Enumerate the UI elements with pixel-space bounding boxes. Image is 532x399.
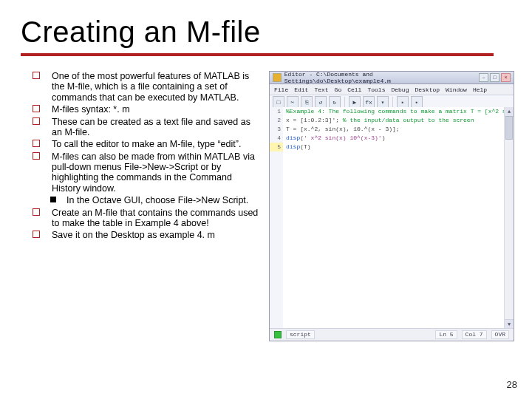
cut-icon[interactable]: ✂ <box>287 96 299 108</box>
slide-title: Creating an M-file <box>21 16 511 47</box>
code-text: (T) <box>300 143 310 150</box>
sub-bullet-item: In the Octave GUI, choose File->New Scri… <box>33 195 262 205</box>
code-line: T = [x.^2, sin(x), 10.^(x - 3)]; <box>286 125 502 134</box>
menu-item[interactable]: Go <box>335 86 342 93</box>
bullet-item: To call the editor to make an M-file, ty… <box>33 139 262 149</box>
code-text: T = [x.^2, sin(x), 10.^(x - 3)]; <box>286 126 400 132</box>
comment-text: %Example 4: The following commands to ma… <box>286 108 505 115</box>
status-col: Col 7 <box>462 330 487 339</box>
bullet-marker-icon <box>33 140 40 147</box>
toolbar-separator <box>392 97 393 107</box>
redo-icon[interactable]: ↻ <box>329 96 341 108</box>
bullet-item: Create an M-file that contains the comma… <box>33 208 262 229</box>
sub-bullet-marker-icon <box>50 197 56 202</box>
undo-icon[interactable]: ↺ <box>315 96 327 108</box>
menu-item[interactable]: Debug <box>391 86 409 93</box>
body-text: One of the most powerful features of MAT… <box>33 71 262 242</box>
line-number[interactable]: 5 <box>270 143 283 151</box>
bullet-text: Save it on the Desktop as example 4. m <box>52 230 215 240</box>
dropdown-icon[interactable]: ▾ <box>377 96 389 108</box>
scroll-thumb[interactable] <box>505 116 513 140</box>
bullet-marker-icon <box>33 117 40 125</box>
keyword-text: disp <box>286 143 300 150</box>
fx-icon[interactable]: fx <box>363 96 375 108</box>
line-gutter: 1 2 3 4 5 <box>270 107 284 329</box>
line-number[interactable]: 4 <box>270 134 283 143</box>
bullet-text: Create an M-file that contains the comma… <box>52 208 258 228</box>
bullet-marker-icon <box>33 231 40 238</box>
bullet-text: One of the most powerful features of MAT… <box>52 71 249 103</box>
vertical-scrollbar[interactable]: ▲ ▼ <box>504 107 514 329</box>
copy-icon[interactable]: ⎘ <box>301 96 313 108</box>
menu-item[interactable]: Tools <box>367 86 385 93</box>
sub-bullet-text: In the Octave GUI, choose File->New Scri… <box>66 195 248 205</box>
breakpoint-icon[interactable]: ▪ <box>397 96 409 108</box>
bullet-item: M-files can also be made from within MAT… <box>33 151 262 194</box>
editor-menubar: File Edit Text Go Cell Tools Debug Deskt… <box>270 84 514 95</box>
title-underline <box>21 53 494 56</box>
bullet-text: M-files syntax: *. m <box>52 104 130 115</box>
editor-title: Editor - C:\Documents and Settings\do\De… <box>284 71 479 84</box>
minimize-button[interactable]: – <box>479 73 488 82</box>
keyword-text: disp <box>286 134 300 141</box>
code-line: x = [1:0.2:3]'; % the input/data output … <box>286 116 502 125</box>
bullet-text: M-files can also be made from within MAT… <box>52 151 255 194</box>
menu-item[interactable]: Window <box>446 86 467 93</box>
status-ovr: OVR <box>491 330 509 339</box>
bullet-item: These can be created as a text file and … <box>33 117 262 138</box>
line-number[interactable]: 3 <box>270 125 283 134</box>
code-area[interactable]: %Example 4: The following commands to ma… <box>283 107 505 329</box>
bullet-item: M-files syntax: *. m <box>33 104 262 115</box>
menu-item[interactable]: Text <box>314 86 328 93</box>
editor-statusbar: script Ln 5 Col 7 OVR <box>270 328 514 341</box>
status-ok-icon <box>274 331 282 338</box>
bullet-text: To call the editor to make an M-file, ty… <box>52 139 241 149</box>
code-line: disp(T) <box>286 143 502 151</box>
bullet-marker-icon <box>33 208 40 216</box>
breakpoint-icon[interactable]: ▪ <box>411 96 423 108</box>
slide: Creating an M-file One of the most power… <box>0 0 532 399</box>
editor-titlebar[interactable]: Editor - C:\Documents and Settings\do\De… <box>270 72 514 84</box>
code-line: %Example 4: The following commands to ma… <box>286 107 502 116</box>
code-text: ) <box>382 134 386 141</box>
line-number[interactable]: 2 <box>270 116 283 125</box>
page-number: 28 <box>507 379 517 390</box>
bullet-marker-icon <box>33 152 40 160</box>
code-line: disp(' x^2 sin(x) 10^(x-3)') <box>286 134 502 143</box>
menu-item[interactable]: Desktop <box>415 86 440 93</box>
menu-item[interactable]: Cell <box>347 86 361 93</box>
bullet-item: Save it on the Desktop as example 4. m <box>33 230 262 240</box>
close-button[interactable]: × <box>501 73 511 82</box>
bullet-text: These can be created as a text file and … <box>52 117 250 137</box>
menu-item[interactable]: Edit <box>294 86 308 93</box>
new-file-icon[interactable]: □ <box>273 96 284 108</box>
menu-item[interactable]: Help <box>473 86 487 93</box>
status-line: Ln 5 <box>435 330 457 339</box>
window-controls: – □ × <box>479 73 511 82</box>
string-text: ' x^2 sin(x) 10^(x-3)' <box>304 134 382 141</box>
toolbar-separator <box>344 97 345 107</box>
code-text: x = [1:0.2:3]'; <box>286 117 343 123</box>
menu-item[interactable]: File <box>274 86 288 93</box>
comment-text: % the input/data output to the screen <box>343 117 474 123</box>
bullet-item: One of the most powerful features of MAT… <box>33 71 262 103</box>
bullet-marker-icon <box>33 105 40 112</box>
editor-window: Editor - C:\Documents and Settings\do\De… <box>269 71 514 341</box>
bullet-marker-icon <box>33 72 40 79</box>
line-number[interactable]: 1 <box>270 107 283 116</box>
status-mode: script <box>286 330 315 339</box>
app-icon <box>273 73 282 82</box>
maximize-button[interactable]: □ <box>490 73 499 82</box>
title-block: Creating an M-file <box>21 16 511 56</box>
run-icon[interactable]: ▶ <box>349 96 361 108</box>
